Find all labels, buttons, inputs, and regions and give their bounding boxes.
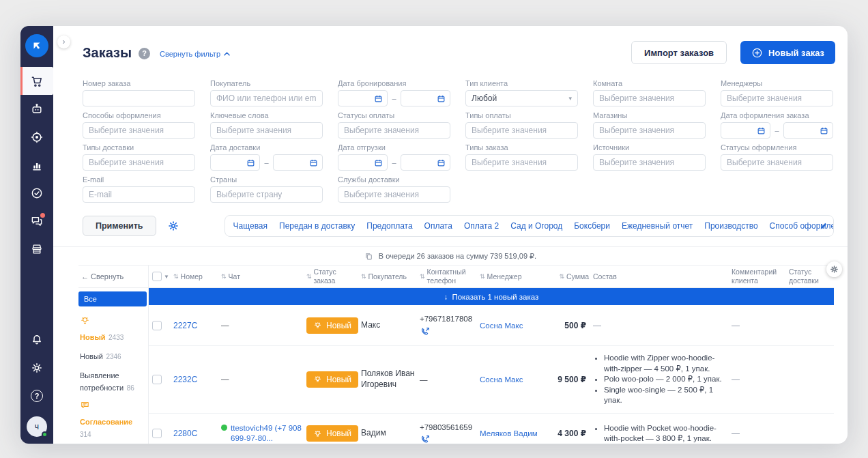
order-status-badge[interactable]: Новый	[306, 317, 358, 334]
date-to-input[interactable]	[401, 90, 450, 106]
date-from-input[interactable]	[210, 154, 260, 171]
phone-callback-icon[interactable]	[420, 434, 431, 444]
calendar-icon[interactable]	[374, 94, 383, 103]
row-checkbox[interactable]	[152, 429, 162, 438]
saved-filter-link[interactable]: Боксбери	[574, 221, 610, 231]
sidebar-item-analytics[interactable]	[20, 151, 53, 179]
order-status-badge[interactable]: Новый	[306, 371, 358, 388]
manager-link[interactable]: Сосна Макс	[480, 375, 556, 384]
column-header[interactable]: ⇅ Номер	[173, 272, 221, 281]
date-to-input[interactable]	[401, 154, 450, 171]
sidebar-item-shop[interactable]	[20, 235, 53, 263]
filter-settings-gear-icon[interactable]	[167, 220, 179, 232]
saved-filter-link[interactable]: Оплата	[424, 221, 452, 231]
status-list-item[interactable]: Согласование 314	[80, 400, 147, 440]
saved-filter-link[interactable]: Чащевая	[233, 221, 268, 231]
page-help-icon[interactable]: ?	[139, 48, 150, 59]
filter-text-input[interactable]: ФИО или телефон или email	[210, 90, 323, 106]
saved-filter-link[interactable]: Предоплата	[366, 221, 412, 231]
chevron-down-icon[interactable]: ▼	[164, 274, 169, 280]
copy-icon[interactable]	[364, 252, 373, 261]
app-logo[interactable]	[25, 34, 48, 57]
column-header[interactable]: ⇅ Контактный телефон	[420, 268, 480, 285]
filter-text-input[interactable]: Выберите значения	[83, 122, 195, 139]
order-number-link[interactable]: 2227C	[173, 321, 221, 330]
manager-link[interactable]: Сосна Макс	[480, 321, 556, 330]
saved-filter-link[interactable]: Производство	[704, 221, 757, 231]
column-header[interactable]: Состав	[593, 272, 732, 281]
row-checkbox[interactable]	[152, 321, 162, 330]
row-checkbox[interactable]	[152, 375, 162, 384]
manager-link[interactable]: Меляков Вадим	[480, 429, 556, 438]
filter-text-input[interactable]: Выберите значения	[338, 186, 450, 203]
calendar-icon[interactable]	[246, 158, 255, 167]
select-all-checkbox[interactable]	[152, 272, 162, 281]
filter-text-input[interactable]: Выберите значения	[593, 90, 706, 106]
status-list-item[interactable]: Выявление потребности 86	[80, 369, 147, 393]
sidebar-item-settings[interactable]	[20, 354, 53, 382]
order-number-link[interactable]: 2232C	[173, 375, 221, 384]
sidebar-item-targets[interactable]	[20, 123, 53, 151]
sidebar-expander-button[interactable]: ›	[57, 35, 70, 48]
chat-cell[interactable]: —	[221, 374, 306, 384]
column-header[interactable]: ⇅ Покупатель	[361, 272, 420, 281]
filter-text-input[interactable]: Выберите значения	[210, 122, 323, 139]
filter-text-input[interactable]: E-mail	[83, 186, 195, 203]
saved-filter-link[interactable]: Передан в доставку	[279, 221, 355, 231]
filter-text-input[interactable]: Выберите значения	[465, 154, 578, 171]
order-status-badge[interactable]: Новый	[306, 425, 358, 442]
sort-icon: ⇅	[173, 273, 179, 281]
status-list-item[interactable]: Новый 2433	[80, 315, 147, 343]
filter-text-input[interactable]: Выберите значения	[83, 154, 195, 171]
new-order-button[interactable]: Новый заказ	[740, 41, 835, 64]
filter-text-input[interactable]: Выберите значения	[465, 122, 578, 139]
order-number-link[interactable]: 2280C	[173, 429, 221, 438]
chat-cell[interactable]: —	[221, 320, 306, 330]
filter-text-input[interactable]: Выберите значения	[721, 90, 833, 106]
import-orders-button[interactable]: Импорт заказов	[631, 41, 727, 64]
status-filter-all[interactable]: Все	[78, 291, 147, 306]
chat-cell[interactable]: ttestovich49 (+7 908 699-97-80...	[221, 423, 306, 444]
sidebar-item-chats[interactable]	[20, 207, 53, 235]
date-from-input[interactable]	[721, 122, 770, 139]
phone-callback-icon[interactable]	[420, 326, 431, 337]
status-list-item[interactable]: Новый 2346	[80, 349, 147, 362]
date-to-input[interactable]	[273, 154, 323, 171]
column-header[interactable]: ⇅ Чат	[221, 272, 306, 281]
column-header[interactable]: ⇅ Сумма	[556, 272, 593, 281]
apply-filter-button[interactable]: Применить	[83, 216, 156, 236]
sidebar-item-bots[interactable]	[20, 95, 53, 123]
column-header[interactable]: Комментарий клиента	[732, 268, 789, 285]
calendar-icon[interactable]	[309, 158, 318, 167]
saved-filter-link[interactable]: Оплата 2	[464, 221, 499, 231]
date-to-input[interactable]	[783, 122, 833, 139]
calendar-icon[interactable]	[437, 94, 446, 103]
date-from-input[interactable]	[338, 90, 388, 106]
sidebar-item-notifications[interactable]	[20, 326, 53, 354]
filter-text-input[interactable]: Выберите значения	[338, 122, 450, 139]
filter-text-input[interactable]	[83, 90, 195, 106]
table-settings-gear-button[interactable]	[826, 261, 842, 277]
date-from-input[interactable]	[338, 154, 388, 171]
filter-text-input[interactable]: Выберите значения	[593, 122, 706, 139]
sidebar-item-help[interactable]: ?	[20, 382, 53, 410]
filter-text-input[interactable]: Выберите значения	[593, 154, 706, 171]
new-orders-banner[interactable]: ↓ Показать 1 новый заказ	[149, 288, 834, 305]
calendar-icon[interactable]	[437, 158, 446, 167]
saved-filter-link[interactable]: Сад и Огород	[510, 221, 562, 231]
calendar-icon[interactable]	[757, 126, 766, 135]
user-avatar[interactable]: ч	[27, 416, 47, 437]
filter-text-input[interactable]: Выберите значения	[721, 154, 833, 171]
column-header[interactable]: ⇅ Статус заказа	[306, 268, 361, 285]
column-header[interactable]: ⇅ Менеджер	[480, 272, 556, 281]
filter-select[interactable]: Любой ▾	[465, 90, 578, 106]
collapse-filter-link[interactable]: Свернуть фильтр	[160, 50, 230, 58]
sidebar-item-orders[interactable]	[20, 67, 53, 95]
filter-text-input[interactable]: Выберите страну	[210, 186, 323, 203]
edit-filters-pencil-icon[interactable]	[819, 221, 828, 231]
saved-filter-link[interactable]: Ежедневный отчет	[622, 221, 693, 231]
calendar-icon[interactable]	[374, 158, 383, 167]
sidebar-item-tasks[interactable]	[20, 179, 53, 207]
collapse-panel-link[interactable]: ← Свернуть	[78, 266, 148, 288]
calendar-icon[interactable]	[820, 126, 828, 135]
